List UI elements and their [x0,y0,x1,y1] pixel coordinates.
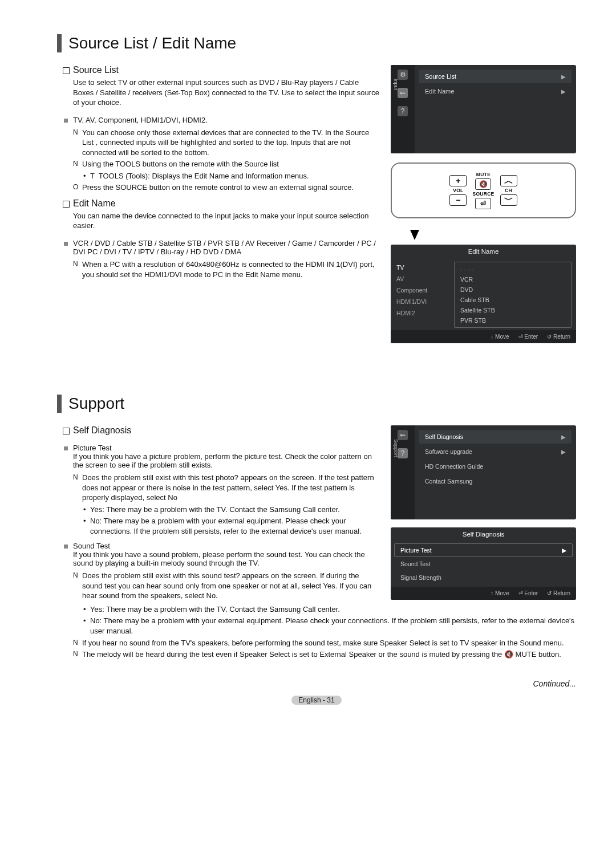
vol-down-button[interactable]: − [449,194,467,206]
ch-label: CH [505,188,512,193]
note: NWhen a PC with a resolution of 640x480@… [57,259,379,279]
osd-row[interactable]: Source List▶ [419,70,572,83]
no-bullet: No: There may be a problem with your ext… [57,616,576,636]
list-item[interactable]: HDMI2 [395,307,449,319]
osd-row[interactable]: Software upgrade▶ [419,445,572,458]
ch-down-button[interactable]: ﹀ [500,194,517,206]
list-item[interactable]: HDMI1/DVI [395,296,449,307]
osd-self-diagnosis: Self Diagnosis Picture Test▶ Sound Test … [391,527,576,600]
chevron-right-icon: ▶ [561,434,566,440]
vol-up-button[interactable]: + [449,175,467,186]
note: NYou can choose only those external devi… [57,128,379,158]
list-item[interactable]: Satellite STB [455,305,571,315]
list-item[interactable]: - - - - [455,264,571,274]
osd-tab-label: Input [393,79,399,90]
help-icon: ? [398,106,408,116]
list-item[interactable]: VCR [455,274,571,285]
osd-support-menu: Support ⇚ ? Self Diagnosis▶ Software upg… [391,425,576,519]
edit-name-heading: Edit Name [57,198,379,209]
mute-label: MUTE [476,172,491,177]
plug-icon: ⇚ [398,430,408,440]
list-item[interactable]: TV [395,262,449,273]
plug-icon: ⇚ [398,88,408,98]
list-item[interactable]: Component [395,285,449,296]
page-title: Source List / Edit Name [57,34,576,52]
picture-test-item: Picture Test If you think you have a pic… [57,444,379,469]
note: NDoes the problem still exist with this … [57,571,379,601]
list-item[interactable]: Picture Test▶ [394,543,573,557]
osd-edit-name: Edit Name TV AV Component HDMI1/DVI HDMI… [391,245,576,343]
list-item[interactable]: Cable STB [455,295,571,305]
osd-row[interactable]: Contact Samsung [419,474,572,488]
source-button[interactable]: ⏎ [475,198,491,209]
chevron-right-icon: ▶ [561,74,566,80]
arrow-down-icon [410,230,419,240]
device-list: VCR / DVD / Cable STB / Satellite STB / … [57,239,379,256]
osd-row[interactable]: Edit Name▶ [419,84,572,98]
self-diagnosis-heading: Self Diagnosis [57,425,379,436]
vol-label: VOL [453,188,463,193]
list-item[interactable]: Signal Strength [394,571,573,584]
source-list-heading: Source List [57,65,379,75]
remote-control-graphic: + VOL − MUTE SOURCE ⏎ ︿ CH ﹀ [391,162,576,218]
yes-bullet: Yes: There may be a problem with the TV.… [57,604,576,615]
page-title: Support [57,395,576,413]
hint-move: ↕ Move [491,334,509,340]
hint-move: ↕ Move [491,590,509,596]
list-item[interactable]: PVR STB [455,315,571,326]
tip: OPress the SOURCE button on the remote c… [57,182,379,193]
page-footer: English - 31 [57,696,576,704]
note: NUsing the TOOLS buttons on the remote w… [57,159,379,169]
sound-test-item: Sound Test If you think you have a sound… [57,542,379,567]
list-item[interactable]: DVD [455,285,571,295]
source-list-desc: Use to select TV or other external input… [57,78,379,108]
source-label: SOURCE [472,191,494,197]
note: NDoes the problem still exist with this … [57,473,379,503]
continued-label: Continued... [57,679,576,688]
hint-return: ↺ Return [547,590,570,596]
list-item[interactable]: Sound Test [394,557,573,571]
help-icon: ? [398,448,408,458]
osd-title: Edit Name [391,245,576,258]
chevron-right-icon: ▶ [561,449,566,455]
yes-bullet: Yes: There may be a problem with the TV.… [57,505,379,515]
hint-enter: ⏎ Enter [518,334,538,340]
osd-row[interactable]: Self Diagnosis▶ [419,430,572,444]
input-list: TV, AV, Component, HDMI1/DVI, HDMI2. [57,116,379,124]
no-bullet: No: There may be a problem with your ext… [57,516,379,536]
ch-up-button[interactable]: ︿ [500,175,517,186]
osd-title: Self Diagnosis [391,527,576,541]
osd-input-menu: Input ⚙ ⇚ ? Source List▶ Edit Name▶ [391,65,576,153]
hint-enter: ⏎ Enter [518,590,538,596]
gear-icon: ⚙ [398,70,408,80]
chevron-right-icon: ▶ [561,88,566,95]
osd-tab-label: Support [393,439,399,457]
edit-name-desc: You can name the device connected to the… [57,211,379,231]
note: NThe melody will be heard during the tes… [57,649,576,660]
osd-row[interactable]: HD Connection Guide [419,460,572,473]
tools-bullet: T TOOLS (Tools): Displays the Edit Name … [57,171,379,181]
hint-return: ↺ Return [547,334,570,340]
list-item[interactable]: AV [395,273,449,285]
note: NIf you hear no sound from the TV's spea… [57,638,576,648]
mute-button[interactable] [475,178,491,190]
chevron-right-icon: ▶ [562,547,566,554]
